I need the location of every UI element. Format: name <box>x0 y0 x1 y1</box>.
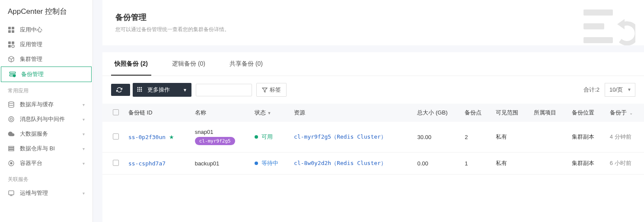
svg-rect-1 <box>12 27 14 29</box>
container-icon <box>8 160 15 167</box>
grid-gear-icon <box>8 41 15 48</box>
chevron-down-icon: ▾ <box>83 161 85 166</box>
nav-label: 数据库与缓存 <box>20 101 83 108</box>
svg-rect-20 <box>9 191 14 195</box>
svg-point-19 <box>10 162 12 164</box>
col-status[interactable]: 状态▼ <box>250 104 290 122</box>
cluster-badge: cl-myr9f2g5 <box>195 137 235 145</box>
cell-name: snap01cl-myr9f2g5 <box>191 122 250 152</box>
tag-filter-label: 标签 <box>270 86 281 94</box>
page-title: 备份管理 <box>115 12 631 22</box>
tab[interactable]: 共享备份 (0) <box>226 52 266 76</box>
svg-rect-6 <box>8 45 11 48</box>
nav-item-container[interactable]: 容器平台▾ <box>0 156 92 171</box>
total-count-label: 合计:2 <box>583 86 599 94</box>
svg-point-7 <box>12 45 14 48</box>
nav-label: 应用中心 <box>20 26 85 34</box>
svg-point-29 <box>139 89 140 90</box>
chevron-down-icon: ▾ <box>83 117 85 122</box>
svg-rect-2 <box>8 30 11 33</box>
col-name[interactable]: 名称 <box>191 104 250 122</box>
svg-point-32 <box>139 90 140 92</box>
chevron-down-icon: ⌄ <box>629 111 633 115</box>
nav-item-bigdata[interactable]: 大数据服务▾ <box>0 127 92 141</box>
select-all-checkbox[interactable] <box>113 109 119 115</box>
grid-icon <box>8 26 15 33</box>
chevron-down-icon: ▼ <box>627 87 631 92</box>
filter-icon <box>262 87 268 93</box>
nav-item-grid[interactable]: 应用中心 <box>0 22 92 37</box>
svg-rect-0 <box>8 27 11 29</box>
svg-rect-22 <box>583 10 613 16</box>
col-time[interactable]: 备份于⌄ <box>606 104 644 122</box>
row-checkbox[interactable] <box>113 160 119 166</box>
chevron-down-icon: ▼ <box>183 88 187 92</box>
col-visibility[interactable]: 可见范围 <box>491 104 529 122</box>
col-location[interactable]: 备份位置 <box>567 104 606 122</box>
svg-marker-34 <box>262 88 267 92</box>
cell-project <box>529 152 567 174</box>
mq-icon <box>8 116 15 123</box>
more-actions-button[interactable]: 更多操作 ▼ <box>133 83 191 97</box>
cell-size: 0.00 <box>413 152 460 174</box>
nav-label: 大数据服务 <box>20 130 83 138</box>
svg-rect-16 <box>9 148 14 149</box>
col-id[interactable]: 备份链 ID <box>124 104 191 122</box>
table-row: ss-csphd7a7backup01等待中cl-8w0y2d2h（Redis … <box>102 152 644 174</box>
tab[interactable]: 快照备份 (2) <box>111 52 151 76</box>
warehouse-icon <box>8 145 15 152</box>
sidebar: AppCenter 控制台 应用中心应用管理集群管理备份管理 常用应用数据库与缓… <box>0 0 93 222</box>
svg-point-30 <box>141 89 142 90</box>
page-size-select[interactable]: 10/页 ▼ <box>605 83 635 97</box>
toolbar-right: 合计:2 10/页 ▼ <box>583 83 635 97</box>
svg-point-27 <box>141 87 142 88</box>
nav-item-warehouse[interactable]: 数据仓库与 BI▾ <box>0 141 92 156</box>
col-size[interactable]: 总大小 (GB) <box>413 104 460 122</box>
svg-rect-24 <box>583 37 613 43</box>
page-size-value: 10/页 <box>609 86 623 93</box>
nav-item-ops[interactable]: 运维与管理▾ <box>0 186 92 200</box>
col-points[interactable]: 备份点 <box>460 104 491 122</box>
cell-project <box>529 122 567 152</box>
col-project[interactable]: 所属项目 <box>529 104 567 122</box>
nav-label: 备份管理 <box>21 70 83 78</box>
tabs: 快照备份 (2)逻辑备份 (0)共享备份 (0) <box>102 52 644 76</box>
row-checkbox[interactable] <box>113 133 119 140</box>
nav-label: 容器平台 <box>20 159 83 167</box>
svg-rect-15 <box>9 146 14 148</box>
svg-rect-9 <box>10 72 15 73</box>
svg-point-11 <box>13 75 15 77</box>
col-resource[interactable]: 资源 <box>290 104 413 122</box>
cell-visibility: 私有 <box>491 122 529 152</box>
svg-point-31 <box>137 90 139 92</box>
cell-time: 4 分钟前 <box>606 122 644 152</box>
cell-size: 30.00 <box>413 122 460 152</box>
tab[interactable]: 逻辑备份 (0) <box>169 52 209 76</box>
refresh-button[interactable] <box>111 84 130 96</box>
chevron-down-icon: ▾ <box>83 146 85 151</box>
sort-caret-icon: ▼ <box>268 111 271 115</box>
star-icon: ★ <box>169 134 174 140</box>
svg-rect-4 <box>8 41 11 44</box>
cell-name: backup01 <box>191 152 250 174</box>
db-icon <box>8 101 15 108</box>
resource-link[interactable]: cl-myr9f2g5（Redis Cluster） <box>294 133 386 140</box>
chevron-down-icon: ▾ <box>83 191 85 196</box>
nav-item-backup[interactable]: 备份管理 <box>1 67 92 82</box>
backup-id-link[interactable]: ss-csphd7a7 <box>128 160 166 167</box>
nav-item-db[interactable]: 数据库与缓存▾ <box>0 97 92 112</box>
table-header-row: 备份链 ID 名称 状态▼ 资源 总大小 (GB) 备份点 可见范围 所属项目 … <box>102 104 644 122</box>
backup-id-link[interactable]: ss-0p2f30un <box>128 134 166 140</box>
nav-item-cube[interactable]: 集群管理 <box>0 52 92 67</box>
bigdata-icon <box>8 130 15 137</box>
nav-label: 消息队列与中间件 <box>20 115 83 123</box>
resource-link[interactable]: cl-8w0y2d2h（Redis Cluster） <box>294 160 386 166</box>
search-input[interactable] <box>196 84 252 96</box>
tag-filter-button[interactable]: 标签 <box>256 83 287 97</box>
nav-item-grid-gear[interactable]: 应用管理 <box>0 37 92 52</box>
nav-item-mq[interactable]: 消息队列与中间件▾ <box>0 112 92 127</box>
svg-point-14 <box>10 118 12 120</box>
cell-location: 集群副本 <box>567 122 606 152</box>
nav-label: 应用管理 <box>20 41 85 48</box>
cell-points: 2 <box>460 122 491 152</box>
